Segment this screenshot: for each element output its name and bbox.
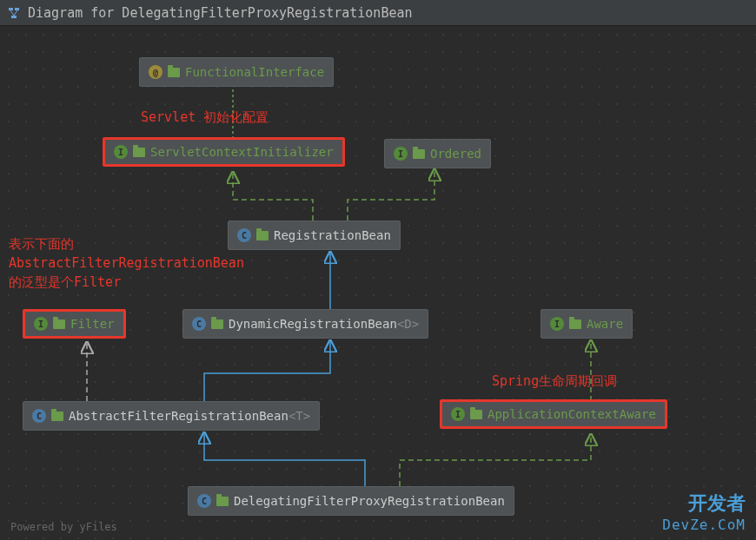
svg-line-4 (14, 10, 17, 16)
node-label: AbstractFilterRegistrationBean<T> (69, 409, 310, 423)
svg-rect-2 (11, 16, 17, 18)
folder-icon (133, 148, 145, 157)
node-label: FunctionalInterface (185, 65, 324, 79)
watermark-main: 开发者 (662, 491, 746, 517)
node-label: Filter (70, 317, 115, 331)
interface-icon (34, 317, 48, 331)
folder-icon (168, 68, 180, 77)
annotation-servlet: Servlet 初始化配置 (141, 109, 269, 126)
node-servlet-context-initializer[interactable]: ServletContextInitializer (103, 137, 345, 167)
folder-icon (470, 410, 482, 419)
annotation-spring: Spring生命周期回调 (492, 373, 617, 390)
node-application-context-aware[interactable]: ApplicationContextAware (440, 399, 667, 429)
folder-icon (569, 319, 581, 329)
diagram-header: Diagram for DelegatingFilterProxyRegistr… (0, 0, 756, 26)
footer-credit: Powered by yFiles (10, 521, 117, 533)
class-icon (237, 228, 251, 242)
watermark: 开发者 DevZe.CoM (662, 491, 746, 533)
class-icon (192, 317, 206, 331)
annotation-filter-1: 表示下面的 (9, 236, 74, 253)
watermark-sub: DevZe.CoM (662, 517, 746, 533)
node-label: Aware (587, 317, 623, 331)
node-label: DelegatingFilterProxyRegistrationBean (234, 494, 505, 508)
folder-icon (413, 149, 425, 159)
node-registration-bean[interactable]: RegistrationBean (228, 221, 401, 250)
node-label: ApplicationContextAware (487, 407, 656, 421)
interface-icon (451, 407, 465, 421)
node-label: RegistrationBean (274, 228, 391, 242)
class-icon (197, 494, 211, 508)
node-label: ServletContextInitializer (150, 145, 334, 159)
folder-icon (53, 319, 65, 329)
diagram-title: Diagram for DelegatingFilterProxyRegistr… (28, 5, 413, 21)
annotation-filter-3: 的泛型是个Filter (9, 274, 121, 291)
node-abstract-filter-registration-bean[interactable]: AbstractFilterRegistrationBean<T> (23, 401, 320, 431)
folder-icon (216, 497, 229, 506)
class-icon (32, 409, 46, 423)
node-dynamic-registration-bean[interactable]: DynamicRegistrationBean<D> (182, 309, 428, 339)
interface-icon (394, 147, 408, 161)
folder-icon (211, 319, 223, 329)
node-ordered[interactable]: Ordered (384, 139, 491, 168)
node-functional-interface[interactable]: FunctionalInterface (139, 57, 334, 87)
interface-icon (114, 145, 128, 159)
annotation-filter-2: AbstractFilterRegistrationBean (9, 255, 244, 271)
node-label: DynamicRegistrationBean<D> (229, 317, 419, 331)
node-label: Ordered (430, 147, 481, 161)
diagram-canvas[interactable]: FunctionalInterface Servlet 初始化配置 Servle… (0, 26, 756, 540)
annotation-icon (149, 65, 162, 79)
interface-icon (550, 317, 564, 331)
node-aware[interactable]: Aware (540, 309, 633, 339)
folder-icon (256, 231, 269, 240)
node-filter[interactable]: Filter (23, 309, 126, 339)
svg-rect-1 (15, 8, 19, 10)
svg-rect-0 (9, 8, 13, 10)
diagram-icon (7, 6, 21, 20)
node-delegating-filter-proxy-registration-bean[interactable]: DelegatingFilterProxyRegistrationBean (188, 486, 514, 516)
folder-icon (51, 412, 63, 421)
svg-line-3 (10, 10, 14, 16)
